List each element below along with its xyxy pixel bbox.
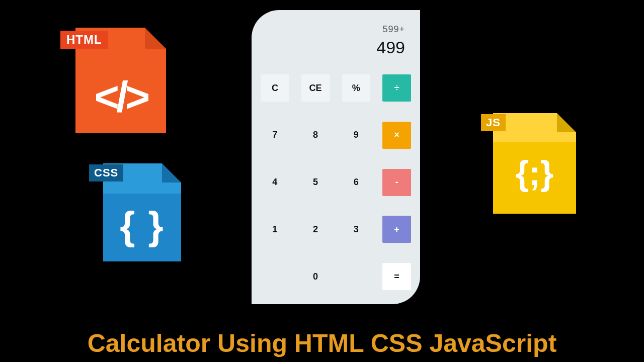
clear-button[interactable]: C [261,74,289,102]
js-file-glyph: {;} [493,156,576,190]
display-history: 599+ [267,24,405,35]
seven-button[interactable]: 7 [261,122,289,149]
multiply-button[interactable]: × [382,122,411,149]
five-button[interactable]: 5 [301,169,330,196]
page-title: Calculator Using HTML CSS JavaScript [0,329,644,358]
css-file-glyph: { } [103,206,181,245]
three-button[interactable]: 3 [342,216,371,243]
calculator-display: 599+ 499 [261,19,411,62]
css-file-fold [162,163,181,183]
css-file-label: CSS [89,164,123,182]
eight-button[interactable]: 8 [301,122,330,149]
js-file-label: JS [481,114,506,131]
percent-button[interactable]: % [342,74,371,102]
six-button[interactable]: 6 [342,169,371,196]
subtract-button[interactable]: - [382,169,411,196]
calculator-panel: 599+ 499 C CE % ÷ 7 8 9 × 4 5 6 - 1 2 3 … [252,10,420,304]
nine-button[interactable]: 9 [342,122,371,149]
two-button[interactable]: 2 [301,216,330,243]
clear-entry-button[interactable]: CE [301,74,330,102]
equals-button[interactable]: = [382,263,411,290]
four-button[interactable]: 4 [261,169,289,196]
js-file-icon: JS {;} [493,113,576,214]
add-button[interactable]: + [382,216,411,243]
html-file-fold [145,28,166,49]
zero-button[interactable]: 0 [301,263,330,290]
one-button[interactable]: 1 [261,216,289,243]
html-file-icon: HTML </> [75,28,166,133]
calculator-keypad: C CE % ÷ 7 8 9 × 4 5 6 - 1 2 3 + 0 = [261,74,411,295]
js-file-fold [557,113,576,132]
css-file-icon: CSS { } [103,163,181,261]
display-current: 499 [267,38,405,58]
divide-button[interactable]: ÷ [382,74,411,102]
html-file-glyph: </> [75,75,166,118]
html-file-label: HTML [60,31,108,49]
